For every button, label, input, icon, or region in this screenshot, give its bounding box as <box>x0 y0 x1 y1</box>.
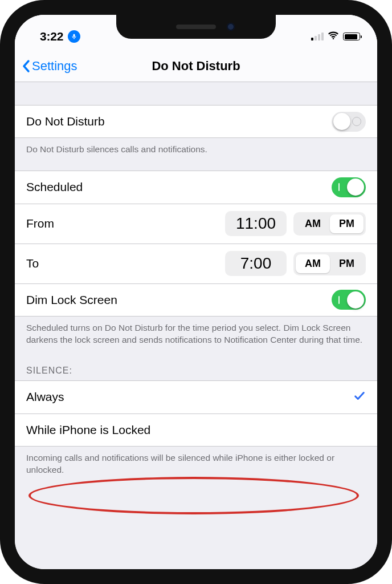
from-pm-segment[interactable]: PM <box>330 214 364 233</box>
microphone-icon <box>68 30 80 43</box>
silence-always-label: Always <box>26 390 64 404</box>
from-label: From <box>26 217 54 230</box>
to-row: To 7:00 AM PM <box>15 244 377 283</box>
silence-header: SILENCE: <box>15 351 377 380</box>
chevron-left-icon <box>22 59 31 73</box>
from-time-value[interactable]: 11:00 <box>225 211 287 236</box>
to-ampm-segmented[interactable]: AM PM <box>293 252 366 275</box>
from-ampm-segmented[interactable]: AM PM <box>293 212 366 236</box>
silence-locked-label: While iPhone is Locked <box>26 423 150 437</box>
back-label: Settings <box>32 59 77 74</box>
dnd-footer: Do Not Disturb silences calls and notifi… <box>15 138 377 160</box>
status-time: 3:22 <box>40 30 63 43</box>
to-time-value[interactable]: 7:00 <box>225 251 287 276</box>
cellular-icon <box>311 33 324 40</box>
scheduled-row[interactable]: Scheduled <box>15 171 377 204</box>
device-notch <box>116 15 276 39</box>
back-button[interactable]: Settings <box>22 59 77 74</box>
phone-frame: 3:22 Settings Do Not Disturb <box>0 0 392 584</box>
from-am-segment[interactable]: AM <box>296 214 330 233</box>
silence-always-row[interactable]: Always <box>15 380 377 413</box>
dim-lock-row[interactable]: Dim Lock Screen <box>15 283 377 317</box>
scheduled-toggle[interactable] <box>332 177 366 197</box>
silence-footer: Incoming calls and notifications will be… <box>15 447 377 481</box>
battery-icon <box>343 33 360 40</box>
navigation-bar: Settings Do Not Disturb <box>15 50 377 82</box>
silence-locked-row[interactable]: While iPhone is Locked <box>15 413 377 447</box>
to-label: To <box>26 257 39 270</box>
dnd-label: Do Not Disturb <box>26 115 105 128</box>
to-am-segment[interactable]: AM <box>296 254 330 273</box>
dim-lock-toggle[interactable] <box>332 290 366 310</box>
wifi-icon <box>328 31 339 42</box>
checkmark-icon <box>353 390 366 405</box>
to-pm-segment[interactable]: PM <box>330 254 364 273</box>
schedule-footer: Scheduled turns on Do Not Disturb for th… <box>15 317 377 351</box>
dnd-row[interactable]: Do Not Disturb <box>15 105 377 138</box>
dim-lock-label: Dim Lock Screen <box>26 293 117 307</box>
scheduled-label: Scheduled <box>26 180 83 194</box>
dnd-toggle[interactable] <box>332 112 366 132</box>
from-row: From 11:00 AM PM <box>15 204 377 244</box>
annotation-ellipse <box>28 477 359 514</box>
